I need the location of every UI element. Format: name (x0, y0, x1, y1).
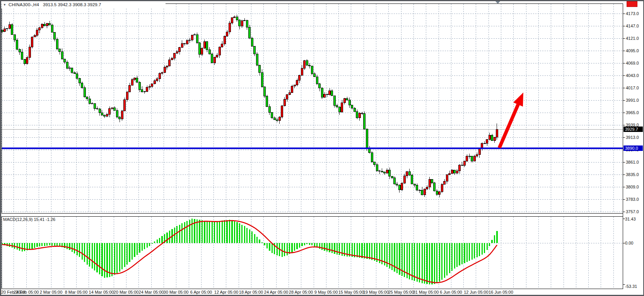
time-axis-label: 24 Apr 05:00 (264, 290, 288, 294)
price-axis-label: 4121.0 (626, 36, 639, 41)
time-axis-label: 16 Jun 05:00 (489, 290, 513, 294)
price-axis-label: 4095.0 (626, 48, 639, 53)
time-axis-label: 2 Mar 05:00 (40, 290, 63, 294)
last-bar-marker-icon[interactable] (495, 1, 500, 4)
hline-price-badge: 3890.0 (624, 145, 643, 151)
ohlc-values: 3913.5 3942.3 3908.3 3929.7 (43, 2, 101, 7)
price-axis-label: 3913.0 (626, 135, 639, 140)
macd-axis-min: -53.31 (625, 284, 637, 289)
price-axis-label: 4043.0 (626, 73, 639, 78)
trend-arrow[interactable] (499, 92, 523, 148)
time-axis-label: 14 Mar 05:00 (89, 290, 114, 294)
macd-axis-zero: 0.00 (625, 241, 633, 245)
time-axis-label: 12 Jun 05:00 (464, 290, 489, 294)
time-axis-label: 25 May 05:00 (388, 290, 414, 294)
time-axis-label: 12 Apr 05:00 (214, 290, 238, 294)
time-axis-label: 24 Mar 05:00 (139, 290, 164, 294)
macd-signal-value: -1.26 (46, 217, 55, 222)
annotation-red-box (627, 1, 637, 7)
price-chart-canvas[interactable] (0, 0, 644, 296)
time-axis-label: 9 May 05:00 (314, 290, 338, 294)
time-axis-label: 31 May 05:00 (413, 290, 439, 294)
price-axis-label: 3783.0 (626, 197, 639, 202)
time-axis-label: 28 Apr 05:00 (289, 290, 313, 294)
macd-indicator-label: MACD(12,26,9) 15.41 -1.26 (3, 217, 55, 222)
time-axis-label: 18 Apr 05:00 (239, 290, 263, 294)
time-axis-label: 20 Mar 05:00 (114, 290, 139, 294)
price-axis-label: 3861.0 (626, 160, 639, 164)
symbol-dropdown-icon[interactable]: ▼ (3, 3, 6, 7)
time-axis-label: 30 Mar 05:00 (164, 290, 189, 294)
macd-value: 15.41 (34, 217, 44, 222)
price-axis-label: 3991.0 (626, 98, 639, 103)
price-axis-label: 3809.0 (626, 185, 639, 189)
time-axis-label: 24 Feb 05:00 (14, 290, 39, 294)
time-axis-label: 8 Mar 05:00 (65, 290, 88, 294)
time-axis-label: 6 Jun 05:00 (440, 290, 462, 294)
macd-axis-max: 31.43 (625, 217, 636, 221)
time-axis-label: 6 Apr 05:00 (190, 290, 212, 294)
price-axis-label: 4147.0 (626, 24, 639, 28)
price-axis-label: 3835.0 (626, 172, 639, 177)
price-axis-label: 3757.0 (626, 209, 639, 214)
bid-price-badge: 3929.7 (624, 127, 643, 132)
time-axis-label: 15 May 05:00 (338, 290, 364, 294)
price-axis-label: 4017.0 (626, 86, 639, 90)
chart-title: ▼CHINA300-,H43913.5 3942.3 3908.3 3929.7 (3, 2, 101, 7)
time-axis-label: 19 May 05:00 (363, 290, 389, 294)
price-axis-label: 4173.0 (626, 11, 639, 16)
macd-name: MACD(12,26,9) (3, 217, 32, 222)
chart-window: ▼CHINA300-,H43913.5 3942.3 3908.3 3929.7… (0, 0, 644, 296)
price-axis-label: 3965.0 (626, 110, 639, 115)
price-axis-label: 4069.0 (626, 61, 639, 65)
symbol-timeframe-label: CHINA300-,H4 (9, 2, 39, 7)
